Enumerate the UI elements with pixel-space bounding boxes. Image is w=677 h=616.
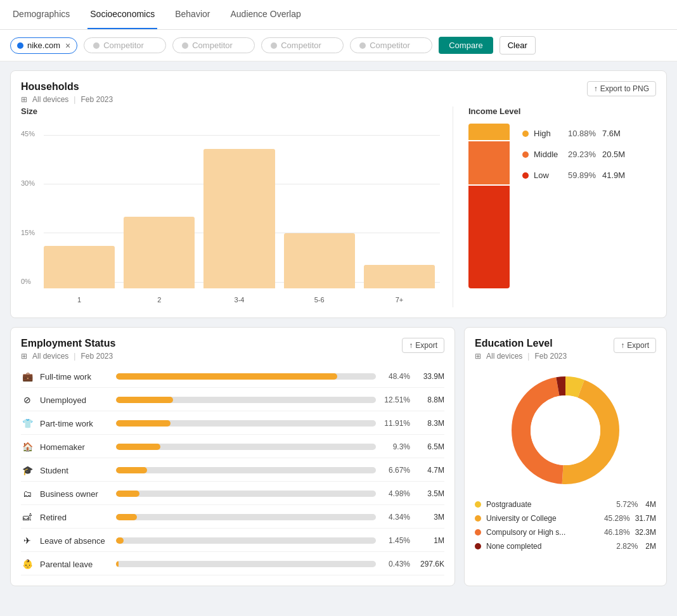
bar-5-6: [284, 233, 355, 288]
income-section: Income Level High 10.88% 7.: [453, 106, 656, 307]
leave-pct: 1.45%: [382, 536, 410, 545]
parental-icon: 👶: [21, 558, 34, 570]
nav-behavior[interactable]: Behavior: [172, 0, 212, 29]
nav-demographics[interactable]: Demographics: [10, 0, 72, 29]
emp-row-fulltime: 💼 Full-time work 48.4% 33.9M: [21, 366, 444, 388]
bottom-section: Employment Status ⊞ All devices | Feb 20…: [10, 327, 667, 586]
main-site-dot: [17, 42, 23, 49]
income-legend-high: High 10.88% 7.6M: [522, 129, 625, 138]
unemployed-label: Unemployed: [40, 395, 110, 405]
bar-group-2: [124, 217, 195, 288]
bar-2: [124, 217, 195, 288]
unemployed-bar-fill: [116, 397, 173, 403]
emp-export-icon: ↑: [409, 341, 413, 350]
education-card: Education Level ⊞ All devices | Feb 2023…: [464, 327, 667, 586]
business-bar-bg: [116, 491, 376, 497]
homemaker-icon: 🏠: [21, 440, 34, 453]
employment-card: Employment Status ⊞ All devices | Feb 20…: [10, 327, 455, 586]
retired-icon: 🛋: [21, 511, 34, 523]
export-icon: ↑: [594, 84, 598, 93]
donut-chart-container: [475, 367, 656, 494]
income-bar-container: High 10.88% 7.6M Middle 29.23% 20.5M: [468, 124, 656, 288]
fulltime-icon: 💼: [21, 370, 34, 383]
income-bar-high: [468, 124, 510, 140]
emp-row-parental: 👶 Parental leave 0.43% 297.6K: [21, 553, 444, 575]
income-bar-low: [468, 184, 510, 288]
university-pct: 45.28%: [604, 514, 630, 523]
main-site-close[interactable]: ×: [65, 41, 70, 51]
households-date: Feb 2023: [81, 95, 113, 104]
leave-icon: ✈: [21, 534, 34, 547]
none-val: 2M: [645, 542, 656, 551]
size-label: Size: [21, 106, 440, 116]
filter-bar: nike.com × Competitor Competitor Competi…: [0, 30, 677, 61]
main-site-tag[interactable]: nike.com ×: [10, 37, 77, 54]
employment-export-label: Export: [415, 341, 437, 350]
x-label-5-6: 5-6: [284, 296, 355, 304]
competitor-4-dot: [359, 42, 366, 49]
parental-pct: 0.43%: [382, 560, 410, 568]
postgraduate-dot: [475, 501, 481, 508]
emp-row-retired: 🛋 Retired 4.34% 3M: [21, 506, 444, 529]
edu-legend: Postgraduate 5.72% 4M University or Coll…: [475, 500, 656, 551]
competitor-2-label: Competitor: [192, 41, 233, 50]
households-export-button[interactable]: ↑ Export to PNG: [587, 81, 656, 96]
nav-audience-overlap[interactable]: Audience Overlap: [228, 0, 303, 29]
parttime-label: Part-time work: [40, 419, 110, 428]
none-dot: [475, 543, 481, 549]
y-label-45: 45%: [21, 130, 35, 138]
competitor-1[interactable]: Competitor: [84, 37, 166, 53]
bar-1: [44, 246, 115, 288]
competitor-3-dot: [271, 42, 277, 49]
university-val: 31.7M: [635, 514, 656, 523]
competitor-4-label: Competitor: [370, 41, 410, 50]
parental-bar-fill: [116, 561, 119, 567]
income-legend-middle: Middle 29.23% 20.5M: [522, 150, 625, 159]
competitor-4[interactable]: Competitor: [350, 37, 432, 53]
high-val: 7.6M: [602, 129, 621, 138]
retired-label: Retired: [40, 513, 110, 522]
compare-button[interactable]: Compare: [439, 37, 493, 54]
leave-bar-bg: [116, 537, 376, 544]
households-card: Households ⊞ All devices | Feb 2023 ↑ Ex…: [10, 70, 667, 318]
y-label-30: 30%: [21, 179, 35, 187]
households-grid: Size 45% 30% 15% 0%: [21, 106, 656, 307]
edu-legend-postgraduate: Postgraduate 5.72% 4M: [475, 500, 656, 509]
donut-center: [531, 395, 600, 465]
low-val: 41.9M: [602, 170, 625, 180]
student-icon: 🎓: [21, 464, 34, 477]
edu-legend-compulsory: Compulsory or High s... 46.18% 32.3M: [475, 528, 656, 537]
size-chart: 45% 30% 15% 0%: [21, 124, 440, 307]
competitor-1-label: Competitor: [103, 41, 144, 50]
postgraduate-val: 4M: [645, 500, 656, 509]
nav-socioeconomics[interactable]: Socioeconomics: [87, 0, 157, 29]
parttime-bar-bg: [116, 420, 376, 427]
high-pct: 10.88%: [568, 129, 597, 138]
employment-export-button[interactable]: ↑ Export: [402, 338, 444, 353]
student-bar-bg: [116, 467, 376, 473]
emp-row-student: 🎓 Student 6.67% 4.7M: [21, 459, 444, 482]
unemployed-bar-bg: [116, 397, 376, 403]
fulltime-pct: 48.4%: [382, 372, 410, 381]
employment-date: Feb 2023: [81, 352, 113, 361]
x-label-7plus: 7+: [364, 296, 435, 304]
bar-group-7plus: [364, 265, 435, 288]
competitor-3[interactable]: Competitor: [261, 37, 344, 53]
competitor-2[interactable]: Competitor: [172, 37, 255, 53]
income-legend: High 10.88% 7.6M Middle 29.23% 20.5M: [522, 129, 625, 180]
education-date: Feb 2023: [534, 352, 567, 361]
households-export-label: Export to PNG: [600, 84, 649, 93]
retired-pct: 4.34%: [382, 513, 410, 522]
employment-title: Employment Status: [21, 338, 115, 349]
low-name: Low: [534, 170, 563, 180]
competitor-3-label: Competitor: [281, 41, 321, 50]
bar-7plus: [364, 265, 435, 288]
university-dot: [475, 515, 481, 522]
homemaker-val: 6.5M: [416, 442, 444, 451]
clear-button[interactable]: Clear: [500, 36, 536, 55]
compulsory-pct: 46.18%: [604, 528, 630, 537]
x-labels: 1 2 3-4 5-6 7+: [44, 296, 435, 304]
employment-meta: ⊞ All devices | Feb 2023: [21, 352, 115, 361]
education-export-button[interactable]: ↑ Export: [614, 338, 656, 353]
parttime-bar-fill: [116, 420, 171, 427]
